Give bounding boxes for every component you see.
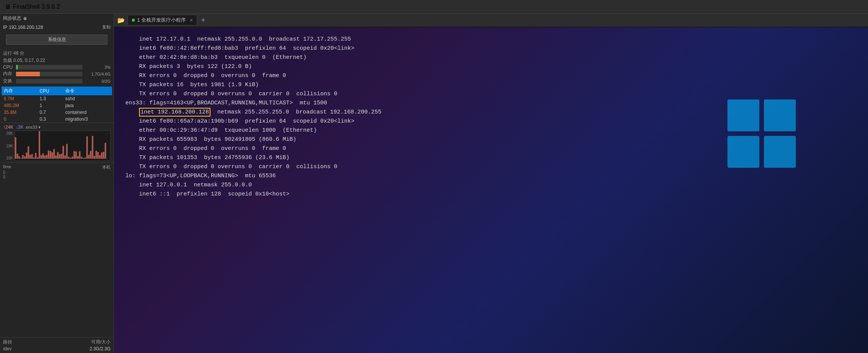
titlebar: 🖥 FinalShell 3.9.8.2 <box>0 0 868 14</box>
net-up-label: ↑24K <box>3 124 13 130</box>
sysinfo-button[interactable]: 系统信息 <box>6 35 108 45</box>
net-scale-28k: 28K <box>3 131 13 136</box>
disk-path: /dev <box>3 346 12 351</box>
net-chart <box>14 131 111 161</box>
net-scale: 28K 19K 10K <box>3 131 13 161</box>
svg-rect-35 <box>79 151 81 159</box>
proc-col-cmd[interactable]: 命令 <box>63 87 112 95</box>
svg-rect-41 <box>90 151 92 159</box>
latency-section: 0ms 本机 0 0 <box>0 162 114 180</box>
svg-rect-23 <box>57 152 58 159</box>
app-icon: 🖥 <box>5 3 11 10</box>
main-layout: 同步状态 IP 192.168.200.128 复制 系统信息 运行 48 分 … <box>0 14 868 353</box>
svg-rect-25 <box>61 154 62 159</box>
terminal-line: RX errors 0 dropped 0 overruns 0 frame 0 <box>125 71 857 80</box>
terminal-line: RX packets 3 bytes 122 (122.0 B) <box>125 62 857 71</box>
proc-mem: 35.8M <box>2 109 37 116</box>
proc-cmd: containerd <box>63 109 112 116</box>
mem-row: 内存 1.7G/4.6G <box>3 71 111 77</box>
copy-button[interactable]: 复制 <box>102 24 111 30</box>
svg-rect-46 <box>99 155 101 159</box>
svg-rect-42 <box>92 136 93 159</box>
ip-label: IP <box>3 25 7 30</box>
tab-label: 1 全栈开发医疗小程序 <box>137 17 186 24</box>
svg-rect-11 <box>35 153 36 159</box>
svg-rect-43 <box>94 156 95 159</box>
net-section: ↑24K ↓3K ens33 ▾ 28K 19K 10K <box>0 123 114 162</box>
svg-rect-0 <box>15 137 16 159</box>
cpu-value: 3% <box>84 65 111 69</box>
svg-rect-15 <box>42 153 44 159</box>
proc-section: 内存 CPU 命令 6.7M 1.3 sshd 485.2M 1 java 35… <box>0 87 114 123</box>
svg-rect-5 <box>24 156 25 159</box>
latency-line-1: 0 <box>3 170 5 175</box>
proc-cpu: 1 <box>37 102 63 109</box>
list-item: 6.7M 1.3 sshd <box>2 95 112 102</box>
svg-rect-40 <box>88 155 90 159</box>
proc-tbody: 6.7M 1.3 sshd 485.2M 1 java 35.8M 0.7 co… <box>2 95 112 123</box>
cpu-bar-fill <box>16 65 18 69</box>
terminal-line: inet6 fe80::42:8eff:fed8:bab3 prefixlen … <box>125 44 857 53</box>
svg-rect-44 <box>95 151 97 159</box>
svg-rect-39 <box>86 136 88 159</box>
proc-col-mem[interactable]: 内存 <box>2 87 37 95</box>
proc-header-row: 内存 CPU 命令 <box>2 87 112 95</box>
svg-rect-8 <box>30 155 31 159</box>
sidebar: 同步状态 IP 192.168.200.128 复制 系统信息 运行 48 分 … <box>0 14 114 353</box>
proc-mem: 0 <box>2 116 37 123</box>
terminal-line: ether 00:0c:29:36:47:d9 txqueuelen 1000 … <box>125 126 857 135</box>
tab-bar: 📂 1 全栈开发医疗小程序 ✕ + <box>114 14 868 27</box>
add-tab-button[interactable]: + <box>198 15 209 25</box>
disk-row: /dev 2.3G/2.3G <box>3 346 111 351</box>
svg-rect-33 <box>75 151 77 159</box>
terminal[interactable]: inet 172.17.0.1 netmask 255.255.0.0 broa… <box>114 27 868 353</box>
proc-mem: 6.7M <box>2 95 37 102</box>
proc-cmd: migration/3 <box>63 116 112 123</box>
ip-row: IP 192.168.200.128 复制 <box>0 23 114 32</box>
svg-rect-2 <box>19 156 20 159</box>
svg-rect-47 <box>101 153 103 159</box>
highlighted-ip: inet 192.168.200.128 <box>139 108 210 117</box>
folder-button[interactable]: 📂 <box>115 15 127 25</box>
net-header: ↑24K ↓3K ens33 ▾ <box>3 124 111 130</box>
terminal-content: inet 172.17.0.1 netmask 255.255.0.0 broa… <box>114 27 868 353</box>
svg-rect-49 <box>105 143 106 159</box>
sync-row: 同步状态 <box>0 14 114 23</box>
proc-cmd: sshd <box>63 95 112 102</box>
svg-rect-3 <box>20 158 22 159</box>
disk-size: 2.3G/2.3G <box>90 346 111 351</box>
proc-table: 内存 CPU 命令 6.7M 1.3 sshd 485.2M 1 java 35… <box>2 87 112 123</box>
net-down-label: ↓3K <box>16 124 24 130</box>
terminal-line: TX errors 0 dropped 0 overruns 0 carrier… <box>125 90 857 99</box>
svg-rect-18 <box>48 150 49 159</box>
svg-rect-12 <box>37 157 38 159</box>
terminal-line: inet6 fe80::65a7:a2a:190b:b69 prefixlen … <box>125 117 857 126</box>
active-tab[interactable]: 1 全栈开发医疗小程序 ✕ <box>128 15 197 25</box>
svg-rect-31 <box>72 156 73 159</box>
sync-dot <box>24 17 27 20</box>
app-title: FinalShell 3.9.8.2 <box>13 3 60 10</box>
proc-col-cpu[interactable]: CPU <box>37 87 63 95</box>
svg-rect-24 <box>59 154 60 159</box>
proc-cpu: 0.3 <box>37 116 63 123</box>
terminal-line: RX packets 655983 bytes 902491805 (860.6… <box>125 135 857 144</box>
runtime-section: 运行 48 分 负载 0.05, 0.17, 0.22 CPU 3% 内存 1.… <box>0 48 114 87</box>
mem-bar-bg <box>16 72 82 76</box>
svg-rect-14 <box>41 155 42 159</box>
net-scale-19k: 19K <box>3 144 13 148</box>
list-item: 485.2M 1 java <box>2 102 112 109</box>
mem-bar-fill <box>16 72 40 76</box>
net-iface[interactable]: ens33 ▾ <box>26 125 41 130</box>
swap-row: 交换 0/2G <box>3 78 111 84</box>
latency-line-2: 0 <box>3 175 5 179</box>
svg-rect-27 <box>64 156 66 159</box>
load-row: 负载 0.05, 0.17, 0.22 <box>3 57 111 64</box>
svg-rect-28 <box>66 144 68 159</box>
svg-rect-45 <box>97 152 99 159</box>
swap-label: 交换 <box>3 78 14 84</box>
runtime-label: 运行 48 分 <box>3 50 24 57</box>
disk-header: 路径 可用/大小 <box>3 339 111 345</box>
tab-close-button[interactable]: ✕ <box>190 18 193 23</box>
tab-dot <box>132 19 135 22</box>
terminal-line: lo: flags=73<UP,LOOPBACK,RUNNING> mtu 65… <box>125 172 857 181</box>
